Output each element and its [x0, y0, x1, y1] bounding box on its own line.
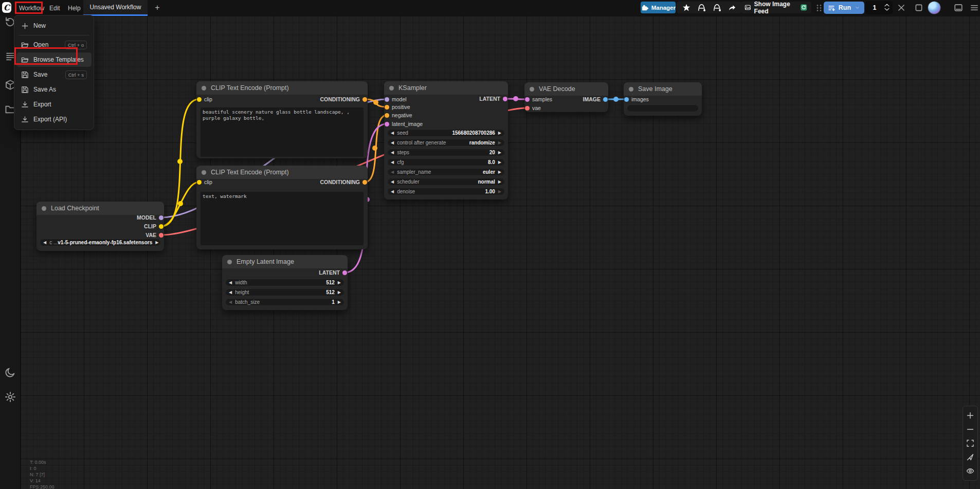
avatar-chevron-icon[interactable] — [942, 6, 947, 10]
decrement-arrow-icon[interactable]: ◀ — [391, 188, 394, 195]
new-tab-button[interactable]: + — [152, 3, 162, 13]
zoom-in-button[interactable] — [966, 411, 974, 420]
port-dot[interactable] — [197, 180, 202, 185]
spinner-arrows-icon[interactable] — [884, 3, 890, 12]
manager-button[interactable]: Manager — [641, 2, 676, 13]
menu-edit[interactable]: Edit — [46, 0, 63, 16]
panel-toggle-icon[interactable] — [954, 3, 963, 12]
prompt-textarea[interactable] — [200, 191, 364, 246]
input-port-model[interactable]: model — [384, 96, 407, 102]
node-save-image[interactable]: Save Imageimages — [624, 82, 702, 116]
widget-control-after-generate[interactable]: ◀control after generaterandomize▶ — [387, 139, 505, 147]
node-title-bar[interactable]: CLIP Text Encode (Prompt) — [196, 81, 368, 95]
increment-arrow-icon[interactable]: ▶ — [338, 298, 341, 306]
batch-count-stepper[interactable]: 1 — [865, 1, 893, 14]
increment-arrow-icon[interactable]: ▶ — [338, 279, 341, 286]
port-dot[interactable] — [503, 97, 507, 101]
port-dot[interactable] — [159, 224, 164, 229]
node-clip-text-encode-positive[interactable]: CLIP Text Encode (Prompt)clipCONDITIONIN… — [196, 81, 368, 158]
workflow-tab[interactable]: Unsaved Workflow — [83, 0, 148, 16]
output-port-CONDITIONING[interactable]: CONDITIONING — [320, 179, 368, 185]
port-dot[interactable] — [624, 97, 629, 102]
output-port-CLIP[interactable]: CLIP — [144, 223, 164, 229]
increment-arrow-icon[interactable]: ▶ — [498, 149, 501, 156]
port-dot[interactable] — [362, 97, 367, 102]
node-vae-decode[interactable]: VAE DecodesamplesvaeIMAGE — [524, 82, 608, 112]
widget-scheduler[interactable]: ◀schedulernormal▶ — [387, 178, 505, 186]
badge-a2-icon[interactable] — [713, 3, 721, 12]
comfyui-logo[interactable]: C — [2, 2, 11, 13]
input-port-samples[interactable]: samples — [524, 96, 552, 102]
output-port-CONDITIONING[interactable]: CONDITIONING — [320, 96, 368, 102]
increment-arrow-icon[interactable]: ▶ — [498, 158, 501, 166]
collapse-dot-icon[interactable] — [42, 206, 46, 211]
port-dot[interactable] — [385, 122, 389, 126]
node-empty-latent-image[interactable]: Empty Latent ImageLATENT◀width512▶◀heigh… — [222, 255, 348, 310]
output-port-LATENT[interactable]: LATENT — [479, 96, 508, 102]
user-avatar[interactable] — [928, 2, 940, 14]
sidebar-item-settings[interactable] — [5, 391, 16, 403]
port-dot[interactable] — [159, 233, 164, 238]
collapse-dot-icon[interactable] — [530, 87, 534, 92]
menu-item-export[interactable]: Export — [16, 97, 92, 112]
widget-sampler_name[interactable]: ◀sampler_nameeuler▶ — [387, 168, 505, 176]
decrement-arrow-icon[interactable]: ◀ — [391, 158, 394, 166]
menu-item-save[interactable]: SaveCtrl + s — [16, 67, 92, 82]
collapse-dot-icon[interactable] — [227, 260, 232, 264]
port-dot[interactable] — [525, 106, 530, 111]
star-icon[interactable] — [682, 4, 691, 12]
hamburger-menu-icon[interactable] — [970, 3, 979, 12]
decrement-arrow-icon[interactable]: ◀ — [391, 149, 394, 156]
widget-width[interactable]: ◀width512▶ — [225, 279, 344, 286]
port-dot[interactable] — [603, 97, 608, 102]
feed-refresh-icon[interactable] — [801, 4, 807, 11]
decrement-arrow-icon[interactable]: ◀ — [229, 288, 232, 296]
increment-arrow-icon[interactable]: ▶ — [498, 178, 501, 186]
increment-arrow-icon[interactable]: ▶ — [498, 168, 501, 176]
node-title-bar[interactable]: Load Checkpoint — [37, 202, 164, 215]
prompt-textarea[interactable] — [200, 107, 364, 157]
port-dot[interactable] — [362, 180, 367, 185]
widget-cfg[interactable]: ◀cfg8.0▶ — [387, 158, 505, 166]
collapse-dot-icon[interactable] — [389, 86, 394, 90]
node-title-bar[interactable]: Save Image — [624, 82, 702, 96]
decrement-arrow-icon[interactable]: ◀ — [43, 239, 46, 246]
input-port-negative[interactable]: negative — [384, 112, 412, 118]
output-port-MODEL[interactable]: MODEL — [137, 214, 164, 221]
port-dot[interactable] — [385, 113, 389, 118]
input-port-vae[interactable]: vae — [524, 105, 541, 111]
collapse-dot-icon[interactable] — [629, 87, 633, 92]
port-dot[interactable] — [197, 97, 202, 102]
port-dot[interactable] — [385, 105, 389, 110]
run-button[interactable]: Run — [824, 2, 864, 14]
input-port-clip[interactable]: clip — [196, 179, 212, 185]
widget-denoise[interactable]: ◀denoise1.00▶ — [387, 188, 505, 195]
output-port-VAE[interactable]: VAE — [146, 232, 164, 238]
input-port-latent_image[interactable]: latent_image — [384, 121, 423, 127]
widget-filename_prefix[interactable] — [627, 104, 699, 112]
widget-steps[interactable]: ◀steps20▶ — [387, 149, 505, 156]
node-title-bar[interactable]: Empty Latent Image — [222, 255, 348, 268]
badge-a-icon[interactable] — [697, 3, 706, 12]
share-icon[interactable] — [728, 4, 736, 11]
zoom-out-button[interactable] — [966, 425, 974, 433]
widget-height[interactable]: ◀height512▶ — [225, 288, 344, 296]
port-dot[interactable] — [385, 97, 389, 102]
widget-batch_size[interactable]: ◀batch_size1▶ — [225, 298, 344, 306]
port-dot[interactable] — [525, 97, 530, 102]
widget-seed[interactable]: ◀seed156680208700286▶ — [387, 129, 505, 137]
toggle-link-visibility-button[interactable] — [966, 467, 974, 475]
decrement-arrow-icon[interactable]: ◀ — [391, 139, 394, 147]
increment-arrow-icon[interactable]: ▶ — [498, 129, 501, 137]
decrement-arrow-icon[interactable]: ◀ — [391, 178, 394, 186]
input-port-images[interactable]: images — [624, 96, 649, 102]
port-dot[interactable] — [159, 215, 164, 220]
decrement-arrow-icon[interactable]: ◀ — [391, 129, 394, 137]
increment-arrow-icon[interactable]: ▶ — [155, 239, 158, 246]
collapse-dot-icon[interactable] — [202, 170, 206, 175]
fit-view-button[interactable] — [966, 439, 974, 447]
node-clip-text-encode-negative[interactable]: CLIP Text Encode (Prompt)clipCONDITIONIN… — [196, 166, 368, 249]
drag-handle-icon[interactable] — [816, 4, 822, 12]
menu-item-save-as[interactable]: Save As — [16, 82, 92, 97]
clear-queue-icon[interactable] — [897, 3, 906, 12]
